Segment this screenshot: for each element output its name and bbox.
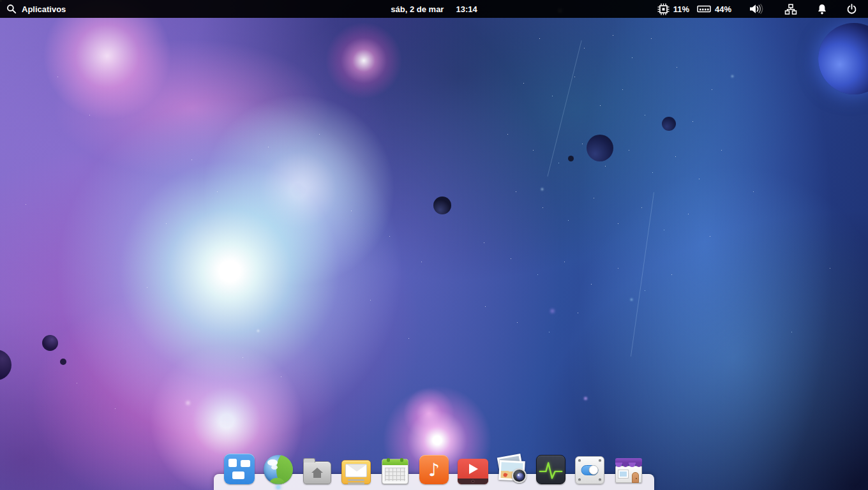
sound-indicator[interactable] bbox=[749, 3, 763, 15]
desktop: Aplicativos sáb, 2 de mar 13:14 bbox=[0, 0, 868, 490]
dock-icons: ♪ bbox=[214, 454, 654, 484]
mail-envelope-icon bbox=[341, 460, 371, 484]
applications-label: Aplicativos bbox=[22, 4, 66, 14]
network-indicator[interactable] bbox=[784, 4, 797, 15]
notifications-indicator[interactable] bbox=[817, 4, 827, 15]
home-icon bbox=[311, 468, 323, 478]
applications-menu-button[interactable]: Aplicativos bbox=[6, 0, 66, 18]
globe-browser-icon bbox=[264, 455, 293, 484]
switchboard-toggle-icon bbox=[575, 456, 604, 484]
speaker-volume-icon bbox=[749, 3, 763, 15]
search-icon bbox=[6, 4, 17, 14]
dock-item-system-settings[interactable] bbox=[574, 454, 605, 484]
bell-icon bbox=[817, 4, 827, 15]
dock-item-appcenter[interactable] bbox=[613, 454, 644, 484]
time-label: 13:14 bbox=[456, 4, 477, 14]
memory-usage-indicator[interactable]: 44% bbox=[697, 4, 731, 14]
planet bbox=[42, 335, 58, 351]
dock-item-music[interactable]: ♪ bbox=[419, 454, 449, 484]
dock-item-photos[interactable] bbox=[497, 454, 527, 484]
planet bbox=[568, 156, 574, 161]
dock-item-files[interactable] bbox=[302, 454, 333, 484]
memory-usage-value: 44% bbox=[715, 4, 731, 14]
video-player-icon bbox=[458, 459, 488, 484]
cpu-chip-icon bbox=[657, 3, 670, 15]
multitasking-view-icon bbox=[224, 454, 255, 484]
panel-indicators: 11% 44% bbox=[657, 0, 868, 18]
files-folder-icon bbox=[303, 461, 331, 484]
planet-crescent bbox=[818, 23, 868, 94]
power-icon bbox=[846, 4, 857, 15]
planet bbox=[433, 197, 451, 214]
planet bbox=[662, 117, 676, 131]
wallpaper-galaxy-nebula bbox=[0, 0, 868, 490]
nebula-streak bbox=[631, 192, 654, 357]
music-note-glyph: ♪ bbox=[428, 459, 440, 480]
dock-item-multitasking-view[interactable] bbox=[224, 454, 255, 484]
system-monitor-icon bbox=[536, 455, 565, 484]
dock-item-system-monitor[interactable] bbox=[535, 454, 566, 484]
memory-ram-icon bbox=[697, 4, 711, 13]
planet bbox=[587, 135, 613, 161]
play-icon bbox=[469, 464, 478, 474]
photos-stack-icon bbox=[497, 454, 527, 484]
dock-item-calendar[interactable] bbox=[380, 454, 410, 484]
planet bbox=[0, 350, 11, 380]
datetime-indicator[interactable]: sáb, 2 de mar 13:14 bbox=[391, 0, 477, 18]
dock-item-mail[interactable] bbox=[341, 454, 371, 484]
dock: ♪ bbox=[214, 449, 654, 490]
nebula-streak bbox=[547, 40, 581, 177]
top-panel: Aplicativos sáb, 2 de mar 13:14 bbox=[0, 0, 868, 18]
session-indicator[interactable] bbox=[846, 4, 857, 15]
dock-item-videos[interactable] bbox=[458, 454, 488, 484]
date-label: sáb, 2 de mar bbox=[391, 4, 444, 14]
cpu-usage-indicator[interactable]: 11% bbox=[657, 3, 689, 15]
wired-network-icon bbox=[784, 4, 797, 15]
calendar-icon bbox=[382, 459, 408, 484]
planet bbox=[60, 359, 66, 365]
music-note-icon: ♪ bbox=[419, 455, 449, 484]
appcenter-store-icon bbox=[613, 454, 644, 484]
cpu-usage-value: 11% bbox=[673, 4, 689, 14]
dock-item-web-browser[interactable] bbox=[263, 454, 294, 484]
running-indicator-dot bbox=[277, 486, 280, 489]
